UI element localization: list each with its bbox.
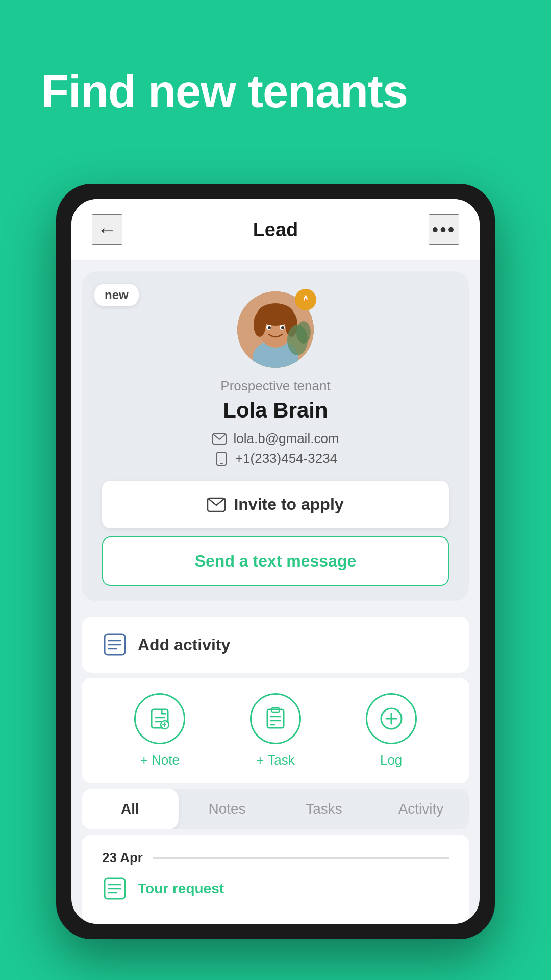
task-icon — [263, 706, 288, 731]
activity-log: 23 Apr Tour request — [82, 835, 469, 924]
hot-badge — [295, 289, 316, 310]
add-log-action[interactable]: Log — [366, 693, 417, 768]
activity-header: Add activity — [102, 632, 449, 657]
back-button[interactable]: ← — [92, 214, 122, 245]
log-label: Log — [380, 752, 402, 768]
email-icon — [212, 431, 227, 447]
hero-title: Find new tenants — [41, 66, 408, 117]
activity-tabs: All Notes Tasks Activity — [82, 789, 469, 829]
email-row: lola.b@gmail.com — [212, 431, 339, 447]
tab-notes[interactable]: Notes — [179, 789, 276, 829]
screen-title: Lead — [253, 219, 298, 241]
note-label: + Note — [140, 752, 180, 768]
tour-icon — [102, 876, 128, 901]
more-options-button[interactable]: ••• — [429, 214, 459, 245]
activity-list-icon — [103, 633, 127, 656]
role-label: Prospective tenant — [220, 378, 330, 394]
date-label: 23 Apr — [102, 850, 143, 866]
svg-rect-15 — [220, 463, 223, 464]
add-task-action[interactable]: + Task — [250, 693, 301, 768]
avatar-container — [237, 291, 314, 368]
fire-icon — [300, 294, 311, 305]
email-value: lola.b@gmail.com — [233, 431, 339, 447]
tenant-name: Lola Brain — [223, 398, 328, 423]
date-row: 23 Apr — [102, 850, 449, 866]
invite-email-icon — [207, 496, 226, 514]
tour-request-label: Tour request — [138, 880, 224, 897]
quick-actions-row: + Note + Task — [82, 678, 469, 783]
task-circle — [250, 693, 301, 744]
more-icon: ••• — [432, 219, 456, 240]
tab-activity[interactable]: Activity — [372, 789, 469, 829]
log-icon — [379, 706, 404, 731]
phone-row: +1(233)454-3234 — [214, 451, 337, 467]
top-bar: ← Lead ••• — [71, 199, 480, 261]
add-note-action[interactable]: + Note — [134, 693, 185, 768]
svg-point-5 — [254, 312, 266, 337]
text-message-label: Send a text message — [195, 552, 357, 571]
date-divider — [153, 857, 449, 859]
tour-list-icon — [103, 877, 127, 900]
back-arrow-icon: ← — [97, 218, 117, 241]
log-circle — [366, 693, 417, 744]
tour-request-row: Tour request — [102, 876, 449, 901]
new-badge: new — [94, 284, 139, 306]
phone-icon — [214, 451, 229, 467]
activity-title: Add activity — [138, 635, 230, 654]
phone-value: +1(233)454-3234 — [235, 451, 337, 467]
invite-to-apply-button[interactable]: Invite to apply — [102, 481, 449, 528]
svg-point-12 — [296, 321, 311, 344]
activity-icon — [102, 632, 128, 657]
add-activity-section: Add activity — [82, 617, 469, 673]
profile-card: new — [82, 271, 469, 601]
phone-screen: ← Lead ••• new — [71, 199, 480, 924]
invite-label: Invite to apply — [234, 495, 343, 514]
svg-point-10 — [281, 326, 284, 329]
task-label: + Task — [256, 752, 294, 768]
note-icon — [147, 706, 172, 731]
tab-all[interactable]: All — [82, 789, 179, 829]
note-circle — [134, 693, 185, 744]
phone-frame: ← Lead ••• new — [56, 184, 495, 939]
tab-tasks[interactable]: Tasks — [276, 789, 372, 829]
svg-point-9 — [268, 326, 271, 329]
send-text-message-button[interactable]: Send a text message — [102, 536, 449, 586]
